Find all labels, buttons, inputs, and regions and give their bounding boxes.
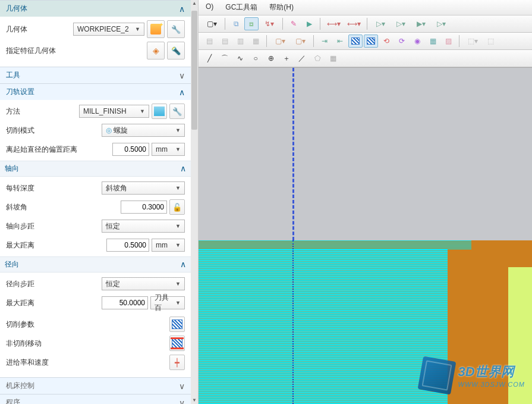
tb-step4-button[interactable]: [364, 35, 378, 48]
method-dropdown[interactable]: MILL_FINISH ▼: [79, 105, 149, 118]
section-machine-header[interactable]: 机床控制 ∨: [0, 377, 191, 394]
chevron-down-icon: ▼: [175, 300, 181, 306]
scroll-down-icon[interactable]: ▼: [191, 397, 198, 404]
tb-body2-button[interactable]: ⬚: [483, 35, 498, 48]
method-value: MILL_FINISH: [83, 107, 127, 115]
section-geometry-header[interactable]: 几何体 ∧: [0, 0, 191, 17]
new-geometry-button[interactable]: [147, 20, 165, 38]
radial-step-label: 径向步距: [6, 279, 65, 289]
tb-slash-button[interactable]: ／: [295, 52, 309, 65]
section-machine-title: 机床控制: [6, 381, 34, 391]
graphics-viewport[interactable]: 3D世界网 WWW.3DSJW.COM: [199, 67, 532, 404]
tb-layer-button[interactable]: ▢▾: [202, 17, 221, 30]
select-feature-button[interactable]: ◈: [147, 42, 165, 59]
tb-circle-button[interactable]: ○: [248, 52, 263, 65]
tb-step1-button[interactable]: ⇥: [317, 35, 332, 48]
tb-body-button[interactable]: ⬚▾: [463, 35, 482, 48]
panel-scrollbar[interactable]: ▲ ▼: [191, 0, 198, 404]
watermark-cube-icon: [417, 356, 456, 395]
tb-layer3-button[interactable]: ▥: [233, 35, 247, 48]
section-program-header[interactable]: 程序 ∨: [0, 394, 191, 404]
method-inherit-button[interactable]: [152, 104, 167, 119]
scroll-up-icon[interactable]: ▲: [191, 0, 198, 7]
tb-sim3-button[interactable]: ▦: [426, 35, 440, 48]
tb-step2-button[interactable]: ⇤: [333, 35, 347, 48]
tb-verify1-button[interactable]: ▷▾: [371, 17, 390, 30]
radial-max-dist-input[interactable]: [102, 296, 148, 309]
tb-layer2-button[interactable]: ▤: [218, 35, 232, 48]
axial-max-dist-input[interactable]: [106, 239, 149, 252]
tb-copy-button[interactable]: ⧉: [229, 17, 243, 30]
offset-unit-dropdown[interactable]: mm ▼: [152, 143, 185, 156]
tb-verify3-button[interactable]: ▶▾: [411, 17, 430, 30]
tb-play-button[interactable]: ▶: [302, 17, 316, 30]
chevron-down-icon: ∨: [179, 71, 185, 80]
tb-verify4-button[interactable]: ▷▾: [432, 17, 451, 30]
ramp-angle-label: 斜坡角: [6, 202, 65, 212]
mill-icon: [154, 107, 165, 116]
spiral-icon: ◎: [106, 126, 112, 134]
tb-line-button[interactable]: ╱: [202, 52, 216, 65]
feed-speed-button[interactable]: ┿: [169, 355, 185, 370]
tb-arc-button[interactable]: ⌒: [218, 52, 232, 65]
tb-layer4-button[interactable]: ▦: [248, 35, 263, 48]
menu-item-help[interactable]: 帮助(H): [267, 2, 296, 13]
edit-geometry-button[interactable]: 🔧: [167, 20, 185, 38]
tb-layer1-button[interactable]: ▤: [202, 35, 216, 48]
chevron-down-icon: ▼: [175, 185, 181, 191]
tb-grid-button[interactable]: ▦: [326, 52, 340, 65]
method-label: 方法: [6, 107, 65, 117]
cut-params-button[interactable]: [169, 317, 185, 332]
show-feature-button[interactable]: 🔦: [167, 42, 185, 59]
tb-csys-button[interactable]: ↯▾: [260, 17, 279, 30]
cube-new-icon: [150, 24, 161, 35]
tb-cross-button[interactable]: ⊕: [264, 52, 278, 65]
scroll-thumb[interactable]: [191, 11, 197, 130]
wrench-icon: 🔧: [172, 107, 182, 116]
axial-max-dist-unit-dropdown[interactable]: mm ▼: [152, 239, 185, 252]
tb-rot-button[interactable]: ⟲: [379, 35, 394, 48]
tb-verify2-button[interactable]: ▷▾: [391, 17, 410, 30]
tb-measure-button[interactable]: ✎: [287, 17, 301, 30]
watermark: 3D世界网 WWW.3DSJW.COM: [420, 359, 525, 392]
tb-poly-button[interactable]: ⬠: [310, 52, 325, 65]
cut-pattern-dropdown[interactable]: ◎ 螺旋 ▼: [102, 124, 185, 137]
collapse-up-icon: ∧: [180, 259, 186, 270]
tb-wcs-button[interactable]: ⧈: [244, 17, 259, 30]
tb-spline-button[interactable]: ∿: [233, 52, 247, 65]
axial-step-dropdown[interactable]: 恒定 ▼: [102, 220, 185, 233]
sub-axial-header[interactable]: 轴向 ∧: [0, 161, 191, 177]
tb-dim1-button[interactable]: ⟷▾: [324, 17, 343, 30]
tb-plus-button[interactable]: ＋: [279, 52, 294, 65]
section-toolpath-header[interactable]: 刀轨设置 ∧: [0, 83, 191, 100]
depth-per-rev-dropdown[interactable]: 斜坡角 ▼: [102, 181, 185, 195]
non-cut-button[interactable]: [169, 336, 185, 351]
chevron-down-icon: ▼: [175, 146, 181, 152]
lock-button[interactable]: 🔓: [169, 199, 185, 215]
menu-item-gctoolbox[interactable]: GC工具箱: [223, 2, 260, 13]
lock-icon: 🔓: [172, 203, 182, 212]
tb-sim4-button[interactable]: ▨: [441, 35, 455, 48]
hatch-icon: [367, 37, 375, 45]
tb-dim2-button[interactable]: ⟷▾: [344, 17, 363, 30]
collapse-up-icon: ∧: [179, 4, 185, 14]
axial-max-dist-unit: mm: [156, 241, 168, 249]
menu-item-o[interactable]: O): [203, 2, 216, 13]
depth-per-rev-label: 每转深度: [6, 183, 65, 193]
menu-bar: O) GC工具箱 帮助(H): [199, 0, 532, 15]
sub-radial-header[interactable]: 径向 ∧: [0, 256, 191, 273]
method-edit-button[interactable]: 🔧: [169, 104, 185, 119]
non-cut-label: 非切削移动: [6, 339, 89, 349]
tb-sel2-button[interactable]: ▢▾: [291, 35, 310, 48]
tb-sim1-button[interactable]: ⟳: [395, 35, 409, 48]
ramp-angle-input[interactable]: [121, 201, 167, 214]
radial-max-dist-unit-dropdown[interactable]: 刀具百 ▼: [150, 296, 185, 309]
tb-sim2-button[interactable]: ◉: [410, 35, 424, 48]
offset-input[interactable]: [112, 143, 149, 156]
tb-step3-button[interactable]: [348, 35, 363, 48]
geometry-body-dropdown[interactable]: WORKPIECE_2 ▼: [73, 23, 144, 36]
tb-sel1-button[interactable]: ▢▾: [270, 35, 289, 48]
stock-body: [199, 68, 532, 240]
radial-step-dropdown[interactable]: 恒定 ▼: [102, 277, 185, 290]
section-tool-header[interactable]: 工具 ∨: [0, 67, 191, 83]
